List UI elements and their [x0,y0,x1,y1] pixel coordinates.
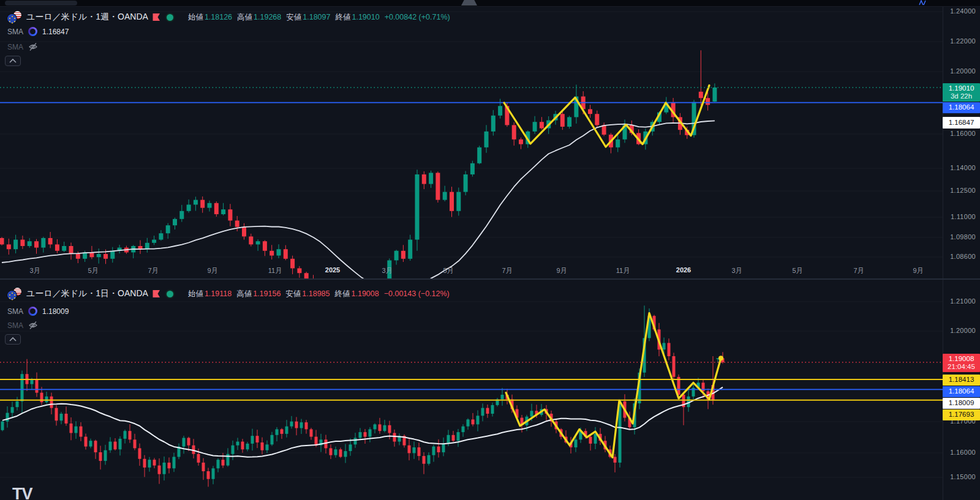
time-axis-label: 3月 [382,266,392,275]
eye-off-icon[interactable] [28,42,38,51]
time-axis-label: 5月 [443,266,453,275]
candles [0,50,717,279]
time-axis-label: 5月 [88,266,98,275]
time-axis-label: 2025 [325,266,340,274]
ohlc-label: 終値 [335,12,350,23]
ohlc-readout: 始値1.18126 高値1.19268 安値1.18097 終値1.19010 … [183,12,450,23]
ohlc-readout: 始値1.19118 高値1.19156 安値1.18985 終値1.19008 … [183,289,450,299]
symbol-title[interactable]: ユーロ／米ドル・1日・OANDA [26,288,148,299]
price-axis-label: 1.12500 [950,187,976,194]
time-axis-label: 3月 [29,266,40,275]
indicator-label: SMA [7,43,23,51]
price-axis-label: 1.24000 [950,7,976,15]
price-axis-label: 1.20000 [950,327,976,334]
indicator-label: SMA [7,321,23,330]
daily-chart-pane[interactable] [0,280,943,500]
price-axis-label: 1.09800 [950,233,976,241]
indicator-value: 1.18009 [42,307,69,316]
price-axis-label: 1.16000 [950,130,976,137]
indicator-icon[interactable] [28,307,37,316]
indicator-label: SMA [7,28,23,36]
indicator-label: SMA [7,307,23,316]
time-axis-label: 9月 [556,266,567,275]
market-status-icon [165,289,175,299]
ohlc-value: 1.18097 [303,13,330,21]
ohlc-value: 1.19118 [205,289,232,298]
ohlc-value: 1.19010 [352,13,379,21]
currency-pair-icon [7,288,23,300]
indicator-row-sma[interactable]: SMA 1.18009 [7,307,69,316]
ohlc-value: 1.19268 [254,13,281,21]
time-axis-label: 7月 [502,266,512,275]
flag-icon[interactable] [152,289,160,298]
change-value: +0.00842 (+0.71%) [385,13,450,21]
pane-divider[interactable] [0,278,980,280]
indicator-row-sma[interactable]: SMA 1.16847 [7,27,69,36]
indicator-icon[interactable] [28,27,37,36]
time-axis-label: 2026 [676,266,691,274]
candles [1,305,725,487]
indicator-row-sma-hidden[interactable]: SMA [7,42,38,51]
time-axis-label: 3月 [731,266,742,275]
ohlc-label: 終値 [335,289,350,299]
time-axis-label: 11月 [268,266,282,275]
price-axis-label: 1.14000 [950,164,976,171]
sma-value-badge: 1.18009 [943,398,980,409]
symbol-header-daily: ユーロ／米ドル・1日・OANDA 始値1.19118 高値1.19156 安値1… [7,288,450,300]
top-toolbar-strip [0,0,980,7]
price-axis-label: 1.21000 [950,297,976,305]
price-axis-label: 1.08600 [950,253,976,260]
last-price-badge: 1.1900821:04:45 [943,354,980,372]
time-axis-label: 11月 [616,266,630,275]
market-status-icon [165,13,175,22]
tradingview-logo[interactable]: TV [12,485,32,500]
gridlines [0,12,943,257]
zigzag-drawing[interactable] [506,313,721,458]
ohlc-label: 安値 [286,12,301,23]
zigzag-endpoint[interactable] [718,356,723,360]
time-axis-label: 9月 [207,266,217,275]
ohlc-label: 始値 [188,12,203,23]
sma-value-badge: 1.16847 [943,117,980,129]
time-axis-label: 7月 [148,266,158,275]
symbol-header-weekly: ユーロ／米ドル・1週・OANDA 始値1.18126 高値1.19268 安値1… [7,11,450,23]
pane-collapse-tab[interactable] [461,0,477,6]
ohlc-value: 1.19156 [253,289,281,298]
indicator-value: 1.16847 [42,28,69,36]
flag-icon[interactable] [152,13,160,21]
clipped-ui-fragment [919,0,927,6]
alert-line-badge: 1.18064 [943,386,980,397]
weekly-chart-pane[interactable] [0,6,943,279]
price-axis-label: 1.20000 [950,67,976,75]
price-axis-label: 1.11000 [951,213,976,220]
price-axis-label: 1.22000 [950,37,976,45]
price-axis-label: 1.15000 [950,473,976,480]
symbol-title[interactable]: ユーロ／米ドル・1週・OANDA [26,12,148,23]
price-axis-label: 1.16000 [950,449,976,456]
last-price-badge: 1.190103d 22h [943,83,980,102]
ohlc-label: 高値 [237,12,252,23]
ohlc-value: 1.18985 [302,289,330,298]
toolbar-pill[interactable] [5,1,77,6]
collapse-pane-button[interactable] [5,334,21,345]
currency-pair-icon [7,11,23,23]
time-axis-label: 5月 [792,266,802,275]
ohlc-value: 1.19008 [352,289,379,298]
change-value: −0.00143 (−0.12%) [384,289,450,298]
ohlc-label: 安値 [285,289,301,299]
drawing-level-badge: 1.17693 [943,409,980,420]
indicator-row-sma-hidden[interactable]: SMA [7,321,38,330]
ohlc-label: 高値 [236,289,252,299]
price-axis-border [943,6,943,500]
ohlc-label: 始値 [188,289,203,299]
drawing-level-badge: 1.18413 [943,375,980,386]
price-axis-label: 1.17000 [950,417,976,425]
eye-off-icon[interactable] [28,321,38,330]
time-axis[interactable]: 3月5月7月9月11月20253月5月7月9月11月20263月5月7月9月 [0,262,980,278]
time-axis-label: 7月 [853,266,864,275]
alert-line-badge: 1.18064 [943,102,980,113]
tradingview-chart-window: 1.240001.220001.200001.160001.140001.125… [0,0,980,500]
ohlc-value: 1.18126 [205,13,232,21]
time-axis-label: 9月 [913,266,923,275]
collapse-pane-button[interactable] [5,56,21,66]
